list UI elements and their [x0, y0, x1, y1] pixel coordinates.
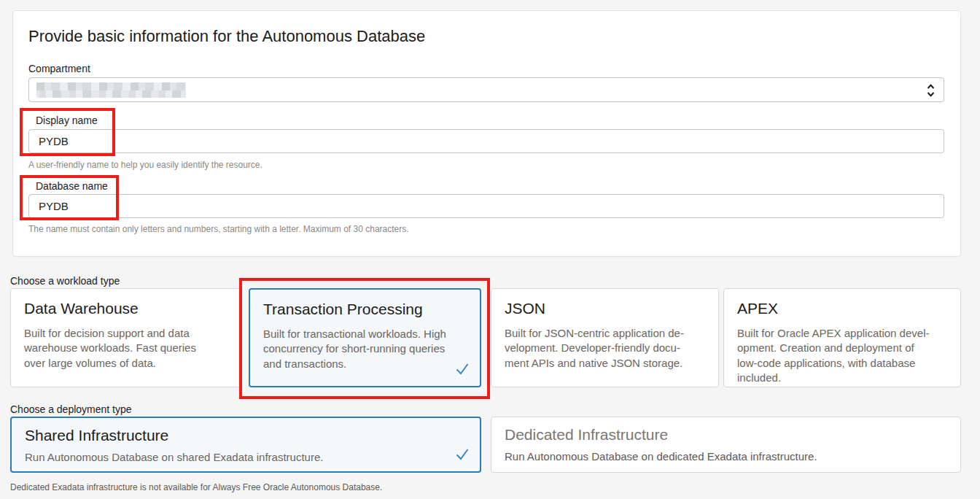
card-description: Run Autonomous Database on dedicated Exa… — [505, 449, 947, 464]
deployment-card-dedicated-infrastructure[interactable]: Dedicated Infrastructure Run Autonomous … — [491, 417, 961, 473]
compartment-select[interactable] — [28, 77, 944, 102]
chevron-updown-icon — [926, 83, 936, 101]
card-description: Built for Oracle APEX application devel-… — [737, 326, 947, 385]
deployment-card-shared-infrastructure[interactable]: Shared Infrastructure Run Autonomous Dat… — [10, 417, 481, 473]
card-title: APEX — [737, 300, 947, 317]
card-description: Built for decision support and data ware… — [24, 326, 228, 371]
deployment-type-label: Choose a deployment type — [10, 403, 132, 415]
database-name-label: Database name — [36, 180, 108, 192]
card-title: Data Warehouse — [24, 300, 228, 317]
display-name-input[interactable] — [28, 129, 944, 153]
card-title: JSON — [505, 300, 705, 317]
display-name-helper: A user-friendly name to help you easily … — [28, 160, 262, 170]
workload-card-json[interactable]: JSON Built for JSON-centric application … — [491, 288, 719, 387]
card-title: Dedicated Infrastructure — [505, 426, 947, 444]
database-name-helper: The name must contain only letters and n… — [28, 224, 409, 234]
basic-info-panel: Provide basic information for the Autono… — [12, 10, 961, 257]
workload-card-data-warehouse[interactable]: Data Warehouse Built for decision suppor… — [10, 288, 241, 387]
display-name-label: Display name — [36, 115, 98, 126]
compartment-label: Compartment — [28, 63, 90, 74]
deployment-note: Dedicated Exadata infrastructure is not … — [10, 482, 382, 492]
workload-card-transaction-processing[interactable]: Transaction Processing Built for transac… — [249, 288, 481, 387]
card-title: Transaction Processing — [263, 301, 467, 318]
card-description: Built for JSON-centric application de- v… — [505, 326, 705, 371]
card-description: Built for transactional workloads. High … — [263, 327, 467, 371]
selected-check-icon — [454, 360, 471, 380]
compartment-value-redacted — [36, 82, 186, 98]
card-title: Shared Infrastructure — [25, 427, 467, 444]
workload-card-apex[interactable]: APEX Built for Oracle APEX application d… — [723, 288, 961, 387]
database-name-input[interactable] — [28, 194, 944, 218]
page-title: Provide basic information for the Autono… — [28, 27, 425, 46]
card-description: Run Autonomous Database on shared Exadat… — [25, 450, 467, 465]
workload-type-label: Choose a workload type — [10, 275, 120, 287]
selected-check-icon — [454, 445, 471, 465]
